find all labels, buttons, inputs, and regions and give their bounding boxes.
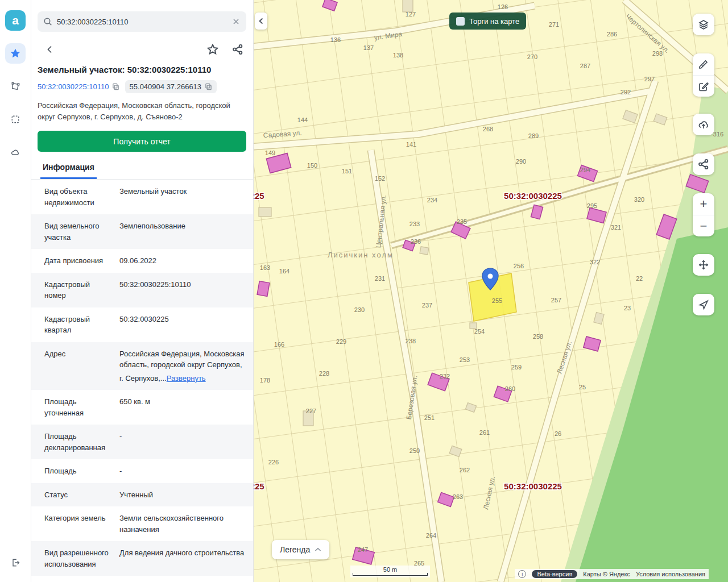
cadastral-number-chip[interactable]: 50:32:0030225:10110 bbox=[38, 82, 119, 91]
svg-text:290: 290 bbox=[516, 158, 526, 165]
info-icon[interactable]: i bbox=[518, 570, 526, 578]
svg-text:289: 289 bbox=[528, 132, 539, 139]
info-row-label: Площадь декларированная bbox=[44, 431, 113, 453]
back-arrow-icon bbox=[46, 45, 55, 54]
svg-text:137: 137 bbox=[363, 44, 374, 51]
svg-text:234: 234 bbox=[427, 197, 437, 203]
info-row: Вид разрешенного использованияДля ведени… bbox=[31, 541, 253, 576]
svg-text:263: 263 bbox=[453, 493, 463, 500]
svg-text:232: 232 bbox=[440, 373, 450, 380]
draw-tools-group bbox=[693, 53, 714, 97]
svg-text:251: 251 bbox=[424, 414, 435, 421]
app-logo[interactable]: a bbox=[5, 10, 26, 31]
collapse-panel-button[interactable] bbox=[255, 13, 267, 30]
share-map-button[interactable] bbox=[693, 153, 714, 175]
search-bar bbox=[38, 11, 246, 32]
info-row-label: Статус bbox=[44, 489, 113, 501]
svg-text:235: 235 bbox=[457, 218, 467, 225]
back-button[interactable] bbox=[44, 43, 56, 56]
svg-text:298: 298 bbox=[652, 50, 663, 57]
info-row: Площадь декларированная- bbox=[31, 425, 253, 459]
svg-text:236: 236 bbox=[411, 238, 421, 245]
chevron-up-icon bbox=[315, 547, 321, 552]
svg-text:321: 321 bbox=[611, 224, 621, 231]
share-icon bbox=[232, 44, 243, 55]
svg-text:164: 164 bbox=[279, 268, 289, 275]
search-icon bbox=[43, 17, 52, 26]
svg-text:228: 228 bbox=[319, 370, 329, 377]
cloud-rail-button[interactable] bbox=[5, 142, 26, 163]
svg-text:256: 256 bbox=[514, 263, 524, 269]
select-area-rail-button[interactable] bbox=[5, 109, 26, 130]
svg-text:264: 264 bbox=[426, 532, 436, 539]
coordinates-chip[interactable]: 55.040904 37.266613 bbox=[125, 80, 217, 93]
svg-text:0225: 0225 bbox=[254, 481, 264, 491]
info-row-label: Категория земель bbox=[44, 513, 113, 535]
info-row: Площадь- bbox=[31, 459, 253, 483]
svg-text:295: 295 bbox=[587, 202, 597, 209]
search-input[interactable] bbox=[57, 18, 227, 26]
info-row-label: Площадь уточненная bbox=[44, 396, 113, 418]
svg-text:23: 23 bbox=[624, 305, 631, 311]
layers-button[interactable] bbox=[693, 14, 714, 35]
info-row-value: Учтенный bbox=[119, 489, 246, 501]
svg-text:271: 271 bbox=[549, 21, 559, 28]
get-report-button[interactable]: Получить отчет bbox=[38, 131, 246, 152]
measure-button[interactable] bbox=[693, 53, 714, 75]
svg-text:Лесная ул.: Лесная ул. bbox=[482, 475, 497, 510]
svg-text:Садовая ул.: Садовая ул. bbox=[263, 129, 302, 140]
legend-button[interactable]: Легенда bbox=[272, 540, 329, 559]
svg-text:253: 253 bbox=[460, 356, 470, 363]
svg-text:26: 26 bbox=[555, 430, 561, 437]
upload-button[interactable] bbox=[693, 114, 714, 135]
chevron-left-icon bbox=[258, 18, 264, 24]
app-root: a bbox=[0, 0, 728, 582]
edit-button[interactable] bbox=[693, 75, 714, 97]
svg-text:320: 320 bbox=[634, 196, 644, 203]
pan-mode-button[interactable] bbox=[693, 254, 714, 276]
logout-rail-button[interactable] bbox=[5, 552, 26, 573]
map-canvas[interactable]: 1261272712862982702872972921361371381442… bbox=[254, 0, 728, 582]
info-row: Кадастровый номер50:32:0030225:10110 bbox=[31, 273, 253, 307]
polygon-tool-rail-button[interactable] bbox=[5, 76, 26, 97]
scale-line bbox=[353, 573, 428, 576]
favorites-rail-button[interactable] bbox=[5, 43, 26, 64]
yandex-copyright-link[interactable]: Карты © Яндекс bbox=[583, 571, 630, 577]
tab-information[interactable]: Информация bbox=[40, 163, 97, 179]
copy-icon[interactable] bbox=[205, 83, 212, 90]
scale-bar: 50 m bbox=[350, 566, 430, 577]
panel-toolbar bbox=[31, 32, 253, 56]
copy-icon[interactable] bbox=[112, 83, 119, 90]
info-row-label: Кадастровый номер bbox=[44, 279, 113, 301]
svg-text:233: 233 bbox=[410, 221, 420, 227]
object-panel: Земельный участок: 50:32:0030225:10110 5… bbox=[31, 0, 254, 582]
locate-me-button[interactable] bbox=[693, 294, 714, 315]
info-row-value: - bbox=[119, 465, 246, 477]
expand-address-link[interactable]: Развернуть bbox=[167, 373, 206, 384]
svg-text:144: 144 bbox=[297, 117, 308, 123]
svg-text:141: 141 bbox=[406, 141, 416, 148]
terms-link[interactable]: Условия использования bbox=[636, 571, 705, 577]
torgi-checkbox[interactable] bbox=[456, 17, 465, 26]
svg-text:262: 262 bbox=[460, 467, 470, 473]
svg-text:138: 138 bbox=[393, 52, 403, 59]
favorite-button[interactable] bbox=[206, 43, 219, 56]
svg-text:260: 260 bbox=[505, 385, 515, 392]
svg-text:151: 151 bbox=[342, 168, 352, 174]
star-outline-icon bbox=[207, 44, 218, 55]
svg-text:25: 25 bbox=[579, 384, 586, 390]
svg-text:237: 237 bbox=[422, 302, 432, 309]
zoom-in-button[interactable]: + bbox=[693, 193, 714, 215]
zoom-out-button[interactable]: − bbox=[693, 215, 714, 236]
svg-text:258: 258 bbox=[533, 333, 543, 340]
svg-text:127: 127 bbox=[406, 11, 416, 18]
info-row-value: Российская Федерация, Московская область… bbox=[119, 348, 246, 384]
share-button[interactable] bbox=[231, 43, 244, 56]
svg-text:247: 247 bbox=[358, 546, 368, 553]
clear-search-icon[interactable] bbox=[231, 17, 241, 26]
info-row-value: 09.06.2022 bbox=[119, 255, 246, 267]
object-address: Российская Федерация, Московская область… bbox=[31, 93, 253, 123]
cadastral-number-text: 50:32:0030225:10110 bbox=[38, 82, 109, 91]
torgi-toggle[interactable]: Торги на карте bbox=[449, 13, 526, 30]
svg-text:163: 163 bbox=[260, 264, 270, 271]
